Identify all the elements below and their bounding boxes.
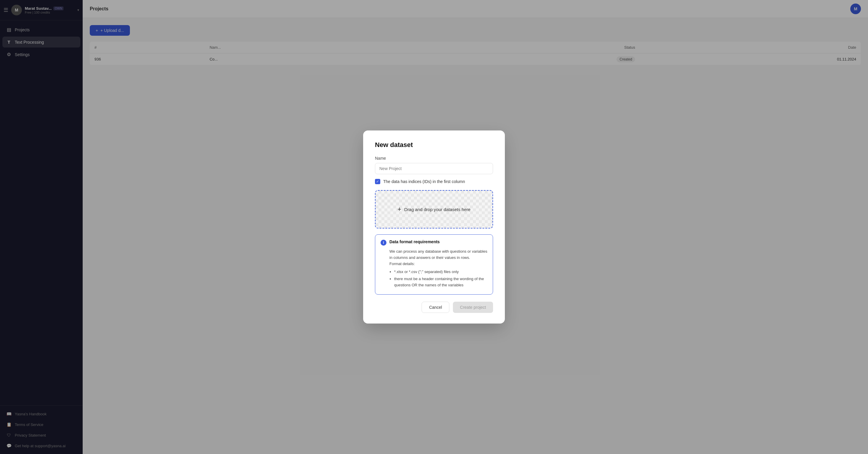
info-title: Data format requirements [390,239,440,244]
info-box: i Data format requirements We can proces… [375,234,493,295]
info-header: i Data format requirements [380,239,488,246]
info-description: We can process any database with questio… [390,249,487,260]
modal-overlay[interactable]: New dataset Name The data has indices (I… [0,0,868,454]
checkbox-label: The data has indices (IDs) in the first … [383,179,465,184]
create-project-button[interactable]: Create project [453,302,493,313]
drop-plus-icon: + [397,205,401,213]
info-bullet-1: there must be a header containing the wo… [394,276,488,288]
drop-zone-text: Drag and drop your datasets here [404,207,470,212]
info-bullets: *.xlsx or *.csv (";" separated) files on… [390,269,488,288]
project-name-input[interactable] [375,163,493,174]
info-body: We can process any database with questio… [380,249,488,288]
checkbox-row: The data has indices (IDs) in the first … [375,179,493,184]
indices-checkbox[interactable] [375,179,380,184]
info-icon: i [380,240,386,246]
info-format-label: Format details: [390,262,415,266]
modal-actions: Cancel Create project [375,302,493,313]
cancel-button[interactable]: Cancel [422,302,450,313]
name-label: Name [375,156,493,161]
new-dataset-modal: New dataset Name The data has indices (I… [363,130,505,324]
modal-title: New dataset [375,141,493,149]
drop-zone[interactable]: + Drag and drop your datasets here [375,190,493,228]
drop-zone-content: + Drag and drop your datasets here [397,205,470,213]
info-bullet-0: *.xlsx or *.csv (";" separated) files on… [394,269,488,275]
